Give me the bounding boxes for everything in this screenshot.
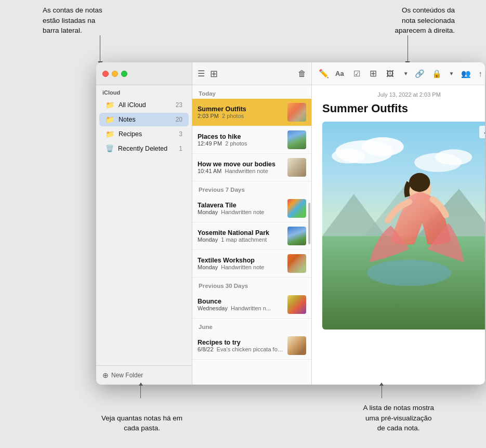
annotation-bottom-left: Veja quantas notas há em cada pasta. — [101, 413, 182, 433]
note-info: Places to hike 12:49 PM 2 photos — [198, 133, 283, 147]
maximize-button[interactable] — [121, 71, 127, 77]
toolbar-icons-left: ☰ ⊞ — [198, 68, 218, 80]
sidebar-item-count: 23 — [176, 101, 182, 109]
note-info: Talavera Tile Monday Handwritten note — [198, 202, 283, 215]
note-item-bounce[interactable]: Bounce Wednesday Handwritten n... — [192, 291, 311, 319]
lock-dropdown-icon[interactable]: ▼ — [448, 69, 456, 78]
note-meta: 10:41 AM Handwritten note — [198, 168, 283, 174]
font-size-icon[interactable]: Aa — [334, 68, 346, 79]
ann-line-left — [100, 35, 100, 62]
note-info: Textiles Workshop Monday Handwritten not… — [198, 257, 283, 270]
detail-image: ⌄ — [322, 122, 485, 330]
sidebar-header — [96, 62, 192, 85]
notes-list-content: Today Summer Outfits 2:03 PM 2 photos Pl… — [192, 85, 311, 385]
note-title: Yosemite National Park — [198, 229, 283, 236]
note-item-talavera[interactable]: Talavera Tile Monday Handwritten note — [192, 195, 311, 222]
note-title: Summer Outfits — [198, 106, 283, 113]
note-title: Talavera Tile — [198, 202, 283, 209]
compose-icon[interactable]: ✏️ — [317, 67, 331, 80]
close-button[interactable] — [102, 71, 109, 77]
note-thumbnail — [287, 336, 306, 355]
sidebar-item-all-icloud[interactable]: 📁 All iCloud 23 — [99, 98, 189, 112]
note-info: Recipes to try 6/8/22 Eva's chicken picc… — [198, 339, 283, 352]
lock-icon[interactable]: 🔒 — [430, 68, 443, 80]
sidebar: iCloud 📁 All iCloud 23 📁 Notes 20 📁 Reci… — [96, 62, 192, 385]
note-item-summer-outfits[interactable]: Summer Outfits 2:03 PM 2 photos — [192, 99, 311, 126]
checklist-icon[interactable]: ☑ — [352, 68, 362, 80]
minimize-button[interactable] — [112, 71, 118, 77]
share-link-icon[interactable]: 🔗 — [413, 68, 426, 80]
annotation-top-right: Os conteúdos da nota selecionada aparece… — [395, 5, 455, 36]
section-header-today: Today — [192, 85, 311, 99]
detail-date: July 13, 2022 at 2:03 PM — [322, 91, 485, 98]
traffic-lights — [102, 71, 127, 77]
thumbnail-image — [287, 295, 306, 314]
folder-icon: 📁 — [106, 115, 114, 124]
main-window: iCloud 📁 All iCloud 23 📁 Notes 20 📁 Reci… — [96, 62, 485, 385]
sidebar-item-count: 20 — [176, 116, 182, 123]
note-title: How we move our bodies — [198, 161, 283, 168]
note-meta: Monday Handwritten note — [198, 209, 283, 215]
note-thumbnail — [287, 295, 306, 314]
note-item-recipes[interactable]: Recipes to try 6/8/22 Eva's chicken picc… — [192, 332, 311, 360]
detail-photo-svg — [322, 122, 485, 330]
note-detail-panel: ✏️ Aa ☑ ⊞ 🖼 ▼ 🔗 🔒 ▼ 👥 ↑ 🔍 July 13, 2022 … — [312, 62, 485, 385]
section-header-june: June — [192, 319, 311, 332]
note-info: How we move our bodies 10:41 AM Handwrit… — [198, 161, 283, 174]
note-info: Yosemite National Park Monday 1 map atta… — [198, 229, 283, 243]
thumbnail-image — [287, 336, 306, 355]
detail-content: July 13, 2022 at 2:03 PM Summer Outfits — [312, 85, 485, 385]
note-title: Textiles Workshop — [198, 257, 283, 264]
folder-icon: 📁 — [106, 130, 114, 138]
note-title: Recipes to try — [198, 339, 283, 346]
svg-point-12 — [409, 173, 430, 192]
grid-view-icon[interactable]: ⊞ — [210, 68, 218, 80]
sidebar-item-notes[interactable]: 📁 Notes 20 — [99, 113, 189, 126]
thumbnail-image — [287, 103, 306, 122]
new-folder-label: New Folder — [111, 372, 143, 379]
collaborate-icon[interactable]: 👥 — [459, 68, 472, 80]
sidebar-item-recently-deleted[interactable]: 🗑️ Recently Deleted 1 — [99, 142, 189, 155]
list-view-icon[interactable]: ☰ — [198, 69, 205, 78]
plus-icon: ⊕ — [102, 371, 109, 379]
note-meta: 12:49 PM 2 photos — [198, 140, 283, 147]
sidebar-item-recipes[interactable]: 📁 Recipes 3 — [99, 127, 189, 141]
ann-line-right — [408, 35, 408, 62]
sidebar-item-count: 1 — [179, 145, 182, 152]
scroll-indicator — [308, 203, 310, 244]
thumbnail-image — [287, 254, 306, 273]
note-thumbnail — [287, 158, 306, 177]
sidebar-item-count: 3 — [179, 130, 182, 138]
section-header-30days: Previous 30 Days — [192, 278, 311, 291]
annotation-bottom-right: A lista de notas mostra uma pré-visualiz… — [363, 403, 434, 433]
svg-point-2 — [362, 137, 404, 156]
note-thumbnail — [287, 130, 306, 149]
thumbnail-image — [287, 227, 306, 245]
sidebar-footer: ⊕ New Folder — [96, 365, 192, 385]
note-thumbnail — [287, 254, 306, 273]
detail-toolbar-right: 🔗 🔒 ▼ 👥 ↑ 🔍 — [413, 68, 485, 80]
share-icon[interactable]: ↑ — [477, 68, 484, 80]
sidebar-item-label: Notes — [119, 116, 172, 123]
new-folder-button[interactable]: ⊕ New Folder — [102, 371, 143, 379]
note-meta: 2:03 PM 2 photos — [198, 113, 283, 119]
sidebar-item-label: Recipes — [119, 130, 175, 138]
note-item-yosemite[interactable]: Yosemite National Park Monday 1 map atta… — [192, 222, 311, 250]
detail-title: Summer Outfits — [322, 102, 485, 115]
notes-list-panel: ☰ ⊞ 🗑 Today Summer Outfits 2:03 PM 2 pho… — [192, 62, 312, 385]
annotation-top-left: As contas de notas estão listadas na bar… — [43, 5, 102, 36]
note-item-textiles[interactable]: Textiles Workshop Monday Handwritten not… — [192, 250, 311, 278]
image-dropdown-icon[interactable]: ▼ — [402, 69, 410, 78]
table-icon[interactable]: ⊞ — [368, 67, 378, 81]
note-meta: Wednesday Handwritten n... — [198, 305, 283, 311]
ann-arrow-bottom-right — [379, 383, 384, 386]
svg-point-10 — [367, 260, 451, 286]
delete-icon[interactable]: 🗑 — [298, 69, 306, 78]
detail-image-expand-icon[interactable]: ⌄ — [479, 126, 485, 138]
trash-icon: 🗑️ — [106, 144, 114, 152]
note-item-places-to-hike[interactable]: Places to hike 12:49 PM 2 photos — [192, 126, 311, 154]
image-icon[interactable]: 🖼 — [385, 68, 396, 80]
note-thumbnail — [287, 199, 306, 218]
note-item-how-move[interactable]: How we move our bodies 10:41 AM Handwrit… — [192, 154, 311, 181]
note-meta: 6/8/22 Eva's chicken piccata for a... — [198, 346, 283, 352]
